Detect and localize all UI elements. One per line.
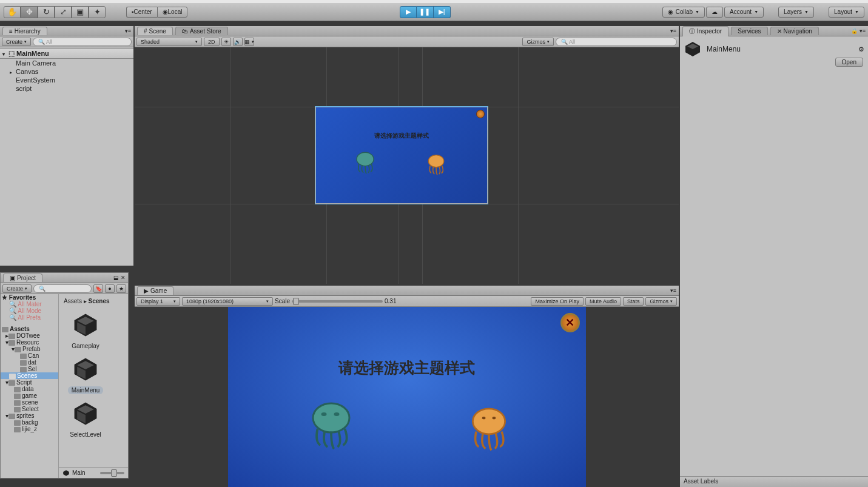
filter-icon[interactable]: ● — [105, 284, 115, 293]
tree-item[interactable]: scene — [1, 399, 58, 406]
pivot-group: ▪ Center ◉ Local — [126, 7, 187, 18]
audio-toggle[interactable]: 🔊 — [233, 38, 243, 46]
tree-item[interactable]: data — [1, 386, 58, 392]
tree-item[interactable]: 🔍 All Mater — [1, 301, 58, 307]
collab-dropdown[interactable]: ◉ Collab ▼ — [662, 7, 705, 18]
play-button[interactable]: ▶ — [400, 6, 417, 18]
layers-dropdown[interactable]: Layers ▼ — [778, 7, 814, 18]
tab-hierarchy[interactable]: ≡ Hierarchy — [2, 27, 47, 35]
tree-item[interactable]: Can — [1, 352, 58, 359]
hand-tool[interactable]: ✋ — [4, 6, 21, 18]
asset-label: SelectLevel — [66, 431, 105, 438]
mute-toggle[interactable]: Mute Audio — [585, 297, 621, 306]
scale-value: 0.31 — [385, 298, 396, 304]
tree-item[interactable]: ▾Resourc — [1, 339, 58, 346]
tab-inspector[interactable]: ⓘ Inspector — [682, 26, 728, 36]
close-button[interactable]: ✕ — [560, 313, 580, 332]
orange-jellyfish-icon[interactable] — [463, 403, 514, 454]
filter-icon[interactable]: 🔖 — [93, 284, 103, 293]
2d-toggle[interactable]: 2D — [204, 38, 220, 46]
tab-navigation[interactable]: ✕ Navigation — [770, 27, 819, 35]
tab-game[interactable]: ▶ Game — [137, 286, 173, 295]
fx-toggle[interactable]: ▦▾ — [244, 38, 254, 46]
open-button[interactable]: Open — [835, 58, 863, 67]
tree-item[interactable]: Sel — [1, 366, 58, 372]
breadcrumb[interactable]: Assets ▸ Scenes — [61, 297, 126, 306]
rect-tool[interactable]: ▣ — [72, 6, 89, 18]
shading-mode[interactable]: Shaded▾ — [136, 38, 202, 46]
lighting-toggle[interactable]: ☀ — [221, 38, 231, 46]
project-search[interactable]: 🔍 — [33, 284, 92, 293]
asset-scene[interactable]: Gameplay — [61, 308, 110, 350]
hierarchy-item[interactable]: EventSystem — [0, 76, 133, 84]
tree-item[interactable]: ▾Prefab — [1, 346, 58, 352]
tab-project[interactable]: ▣ Project — [3, 274, 42, 282]
tab-services[interactable]: Services — [731, 27, 767, 35]
cloud-button[interactable]: ☁ — [706, 7, 723, 18]
game-view[interactable]: 请选择游戏主题样式 ✕ — [135, 307, 679, 487]
layout-dropdown[interactable]: Layout ▼ — [829, 7, 864, 18]
hierarchy-item[interactable]: Main Camera — [0, 59, 133, 67]
panel-menu-icon[interactable]: ▾≡ — [125, 28, 131, 34]
panel-menu-icon[interactable]: 🔒 ▾≡ — [851, 28, 866, 34]
tree-item[interactable]: Select — [1, 406, 58, 412]
step-button[interactable]: ▶| — [434, 6, 451, 18]
account-dropdown[interactable]: Account ▼ — [724, 7, 764, 18]
unity-icon — [62, 469, 70, 477]
unity-icon — [72, 311, 99, 339]
tree-item[interactable]: 🔍 All Prefa — [1, 314, 58, 321]
panel-menu-icon[interactable]: ▾≡ — [670, 28, 676, 34]
tree-item[interactable]: ▾Script — [1, 379, 58, 386]
scale-tool[interactable]: ⤢ — [55, 6, 72, 18]
tree-item[interactable]: 🔍 All Mode — [1, 307, 58, 314]
assets-header[interactable]: Assets — [1, 326, 58, 332]
svg-point-5 — [473, 409, 505, 434]
tree-item[interactable]: ▾sprites — [1, 412, 58, 419]
maximize-toggle[interactable]: Maximize On Play — [531, 297, 584, 306]
tree-item[interactable]: backg — [1, 419, 58, 426]
pause-button[interactable]: ❚❚ — [417, 6, 434, 18]
scene-root[interactable]: ▾⬚ MainMenu — [0, 49, 133, 59]
asset-labels-bar: Asset Labels — [680, 476, 868, 487]
gizmos-dropdown[interactable]: Gizmos ▾ — [522, 38, 554, 46]
transform-tool[interactable]: ✦ — [89, 6, 106, 18]
close-icon — [476, 110, 485, 118]
favorites-header[interactable]: ★ Favorites — [1, 294, 58, 301]
panel-menu-icon[interactable]: ▾≡ — [670, 287, 676, 294]
scene-view[interactable]: 请选择游戏主题样式 — [135, 47, 679, 284]
asset-scene[interactable]: SelectLevel — [61, 397, 110, 438]
pivot-local[interactable]: ◉ Local — [157, 7, 188, 18]
project-create[interactable]: Create ▾ — [2, 284, 32, 293]
hierarchy-search[interactable]: 🔍All — [33, 38, 132, 46]
scale-slider[interactable] — [292, 300, 383, 303]
panel-menu-icon[interactable]: ⬓ ✕ — [113, 275, 126, 281]
hierarchy-create[interactable]: Create ▾ — [2, 38, 31, 46]
filter-icon[interactable]: ★ — [116, 284, 126, 293]
resolution-dropdown[interactable]: 1080p (1920x1080)▾ — [182, 297, 273, 306]
grid-size-slider[interactable] — [100, 472, 124, 474]
tree-item[interactable]: lijie_z — [1, 426, 58, 432]
stats-toggle[interactable]: Stats — [623, 297, 644, 306]
rotate-tool[interactable]: ↻ — [38, 6, 55, 18]
move-tool[interactable]: ✥ — [21, 6, 38, 18]
teal-jellyfish-icon — [352, 150, 378, 175]
tree-item-selected[interactable]: Scenes — [1, 372, 58, 379]
scene-canvas[interactable]: 请选择游戏主题样式 — [315, 107, 488, 204]
asset-scene-selected[interactable]: MainMenu — [61, 352, 110, 394]
game-gizmos[interactable]: Gizmos ▾ — [645, 297, 677, 306]
tree-item[interactable]: dat — [1, 359, 58, 366]
svg-marker-17 — [63, 470, 69, 476]
hierarchy-item[interactable]: ▸Canvas — [0, 67, 133, 76]
tree-item[interactable]: game — [1, 392, 58, 399]
tree-item[interactable]: ▸DOTwee — [1, 332, 58, 339]
teal-jellyfish-icon[interactable] — [304, 398, 358, 452]
display-dropdown[interactable]: Display 1▾ — [136, 297, 180, 306]
settings-icon[interactable]: ⚙ — [858, 45, 864, 53]
pivot-center[interactable]: ▪ Center — [126, 7, 157, 18]
play-controls: ▶ ❚❚ ▶| — [400, 6, 451, 18]
scale-label: Scale — [275, 298, 290, 304]
scene-search[interactable]: 🔍All — [556, 38, 677, 46]
tab-scene[interactable]: # Scene — [137, 27, 173, 35]
hierarchy-item[interactable]: script — [0, 84, 133, 93]
tab-asset-store[interactable]: 🛍 Asset Store — [175, 27, 228, 35]
